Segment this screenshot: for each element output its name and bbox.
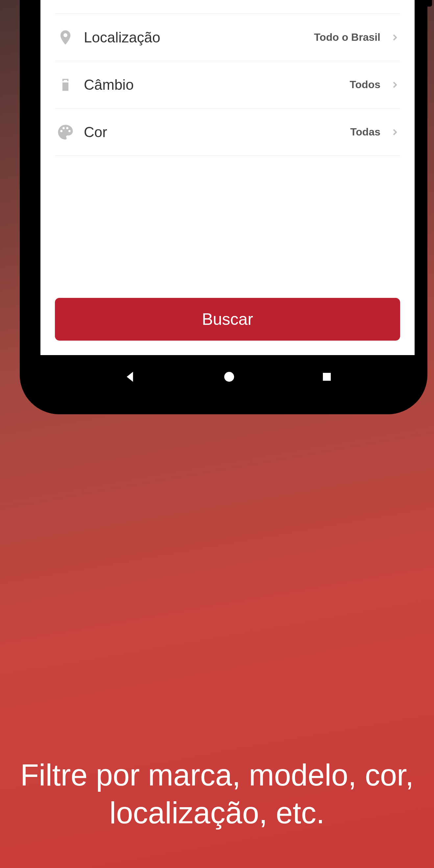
android-nav-bar [40, 357, 414, 397]
svg-point-0 [224, 372, 234, 382]
transmission-icon [55, 75, 76, 94]
filter-list: Busca rápida Fabricante Ordenar por Mais [40, 0, 414, 286]
nav-back-button[interactable] [122, 369, 137, 384]
chevron-right-icon [390, 32, 400, 43]
chevron-right-icon [390, 127, 400, 137]
phone-side-button [427, 0, 432, 7]
chevron-right-icon [390, 80, 400, 90]
search-form: Carro Moto Caminhão [40, 0, 414, 355]
filter-color[interactable]: Cor Todas [55, 108, 400, 156]
filter-label: Cor [84, 124, 342, 141]
filter-value: Todos [349, 79, 380, 91]
nav-home-button[interactable] [223, 370, 236, 383]
app-screen: Carro Moto Caminhão [40, 0, 414, 355]
svg-rect-1 [323, 373, 331, 381]
filter-label: Câmbio [84, 76, 342, 93]
location-pin-icon [55, 29, 76, 46]
filter-label: Localização [84, 29, 306, 46]
search-button[interactable]: Buscar [55, 298, 400, 341]
filter-value: Todo o Brasil [314, 31, 380, 43]
filter-transmission[interactable]: Câmbio Todos [55, 61, 400, 108]
filter-location[interactable]: Localização Todo o Brasil [55, 14, 400, 61]
promo-background: Carro Moto Caminhão [0, 0, 434, 868]
search-button-container: Buscar [40, 286, 414, 355]
palette-icon [55, 123, 76, 141]
promo-caption: Filtre por marca, modelo, cor, localizaç… [0, 756, 434, 832]
filter-value: Todas [350, 126, 380, 138]
filter-advertiser-type[interactable]: Tipo de Anunciante Todos [55, 0, 400, 14]
nav-recent-button[interactable] [321, 371, 333, 383]
